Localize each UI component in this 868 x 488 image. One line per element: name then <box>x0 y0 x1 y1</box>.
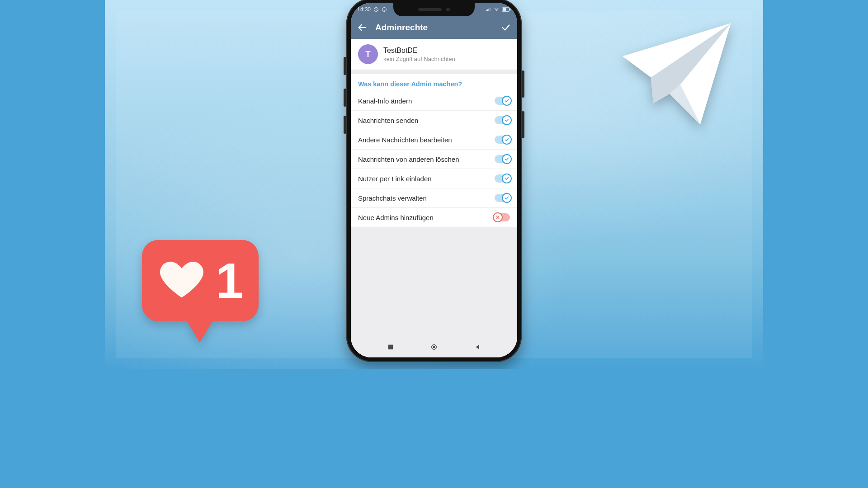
toggle-on[interactable] <box>495 116 510 124</box>
svg-point-20 <box>433 346 435 348</box>
check-icon <box>502 193 512 203</box>
svg-rect-18 <box>388 345 393 350</box>
svg-rect-8 <box>487 9 488 12</box>
permission-row[interactable]: Sprachchats verwalten <box>351 188 517 207</box>
permission-label: Neue Admins hinzufügen <box>358 214 434 221</box>
svg-rect-10 <box>490 8 491 12</box>
permission-label: Nachrichten von anderen löschen <box>358 155 459 163</box>
permission-row[interactable]: Nutzer per Link einladen <box>351 169 517 188</box>
nav-home-icon[interactable] <box>430 343 438 351</box>
close-icon <box>493 212 503 222</box>
toggle-on[interactable] <box>495 136 510 144</box>
permission-label: Kanal-Info ändern <box>358 97 412 105</box>
toggle-off[interactable] <box>495 213 510 221</box>
toggle-on[interactable] <box>495 194 510 202</box>
like-bubble: 1 <box>142 240 259 342</box>
whatsapp-icon <box>382 7 387 12</box>
nav-back-icon[interactable] <box>474 343 482 351</box>
check-icon <box>502 96 512 106</box>
notch <box>393 3 475 16</box>
check-icon <box>502 174 512 183</box>
svg-rect-7 <box>486 10 487 11</box>
heart-icon <box>157 258 207 303</box>
svg-rect-9 <box>489 9 490 11</box>
toggle-on[interactable] <box>495 174 510 183</box>
confirm-check-icon[interactable] <box>501 23 511 33</box>
svg-line-5 <box>375 8 377 11</box>
permission-row[interactable]: Nachrichten senden <box>351 110 517 130</box>
android-nav-bar <box>351 337 517 357</box>
battery-icon <box>502 7 511 12</box>
permission-label: Nutzer per Link einladen <box>358 175 432 183</box>
permission-row[interactable]: Kanal-Info ändern <box>351 91 517 110</box>
signal-icon <box>486 7 491 12</box>
permission-label: Sprachchats verwalten <box>358 194 427 202</box>
telegram-plane-icon <box>616 16 738 134</box>
user-name: TestBotDE <box>383 47 455 55</box>
nav-recent-icon[interactable] <box>387 343 395 351</box>
phone-mockup: 14:30 <box>346 0 522 362</box>
permission-row[interactable]: Andere Nachrichten bearbeiten <box>351 130 517 149</box>
check-icon <box>502 115 512 125</box>
user-subtitle: kein Zugriff auf Nachrichten <box>383 56 455 62</box>
permissions-section: Was kann dieser Admin machen? Kanal-Info… <box>351 74 517 227</box>
section-header: Was kann dieser Admin machen? <box>351 74 517 91</box>
permission-row[interactable]: Neue Admins hinzufügen <box>351 207 517 227</box>
stage: 1 14:30 <box>105 0 763 369</box>
svg-rect-14 <box>503 8 506 11</box>
status-time: 14:30 <box>357 6 371 13</box>
user-row[interactable]: T TestBotDE kein Zugriff auf Nachrichten <box>351 39 517 70</box>
check-icon <box>502 135 512 145</box>
check-icon <box>502 154 512 164</box>
dnd-icon <box>373 7 379 12</box>
permission-label: Nachrichten senden <box>358 117 418 124</box>
page-title: Adminrechte <box>375 23 493 33</box>
toggle-on[interactable] <box>495 155 510 163</box>
avatar: T <box>358 44 378 64</box>
wifi-icon <box>494 7 499 12</box>
toggle-on[interactable] <box>495 97 510 105</box>
svg-point-11 <box>496 10 497 11</box>
svg-marker-21 <box>476 345 479 350</box>
permission-label: Andere Nachrichten bearbeiten <box>358 136 452 144</box>
app-bar: Adminrechte <box>351 16 517 39</box>
back-icon[interactable] <box>357 23 367 33</box>
phone-screen: 14:30 <box>351 3 517 357</box>
permission-row[interactable]: Nachrichten von anderen löschen <box>351 149 517 169</box>
svg-point-6 <box>382 8 387 12</box>
svg-rect-13 <box>509 9 510 10</box>
like-count: 1 <box>216 256 243 305</box>
